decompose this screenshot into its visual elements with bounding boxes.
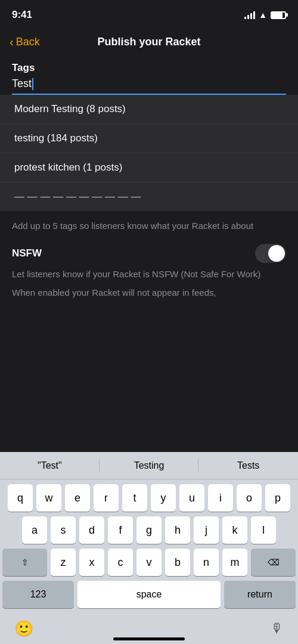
main-content: Tags Test Modern Testing (8 posts) testi… xyxy=(0,57,298,299)
signal-icon xyxy=(244,11,255,19)
key-numbers[interactable]: 123 xyxy=(2,581,74,608)
tags-hint-text: Add up to 5 tags so listeners know what … xyxy=(12,219,286,232)
key-o[interactable]: o xyxy=(237,484,262,512)
key-h[interactable]: h xyxy=(165,516,190,544)
key-e[interactable]: e xyxy=(65,484,90,512)
key-i[interactable]: i xyxy=(208,484,233,512)
nsfw-row: NSFW xyxy=(12,244,286,263)
nsfw-warning: When enabled your Racket will not appear… xyxy=(12,286,286,299)
keyboard-section: "Test" Testing Tests q w e r t y u i o p… xyxy=(0,452,298,644)
autocomplete-bar: "Test" Testing Tests xyxy=(0,452,298,479)
autocomplete-tests[interactable]: Tests xyxy=(198,456,298,476)
suggestion-item[interactable]: protest kitchen (1 posts) xyxy=(0,153,298,182)
tags-input[interactable]: Test xyxy=(12,78,286,90)
key-return[interactable]: return xyxy=(224,581,296,608)
nsfw-description: Let listeners know if your Racket is NSF… xyxy=(12,268,286,280)
microphone-icon[interactable]: 🎙 xyxy=(271,621,284,636)
key-p[interactable]: p xyxy=(265,484,290,512)
key-row-2: a s d f g h j k l xyxy=(2,516,296,544)
back-chevron-icon: ‹ xyxy=(10,35,14,49)
key-c[interactable]: c xyxy=(108,549,133,576)
key-k[interactable]: k xyxy=(222,516,247,544)
key-z[interactable]: z xyxy=(51,549,76,576)
suggestion-item[interactable]: Modern Testing (8 posts) xyxy=(0,95,298,124)
key-m[interactable]: m xyxy=(222,549,247,576)
key-shift[interactable]: ⇧ xyxy=(2,549,47,576)
autocomplete-test-quoted[interactable]: "Test" xyxy=(0,456,100,476)
status-time: 9:41 xyxy=(12,9,32,21)
back-label: Back xyxy=(16,36,40,48)
key-u[interactable]: u xyxy=(179,484,204,512)
home-indicator xyxy=(113,637,185,640)
status-icons: ▲ xyxy=(244,10,286,20)
emoji-icon[interactable]: 🙂 xyxy=(14,620,33,638)
back-button[interactable]: ‹ Back xyxy=(10,35,40,49)
nsfw-toggle[interactable] xyxy=(255,244,286,263)
tags-input-text: Test xyxy=(12,78,32,90)
suggestion-item[interactable]: testing (184 posts) xyxy=(0,124,298,153)
autocomplete-testing[interactable]: Testing xyxy=(100,456,199,476)
key-x[interactable]: x xyxy=(79,549,104,576)
nsfw-section: NSFW Let listeners know if your Racket i… xyxy=(12,244,286,299)
status-bar: 9:41 ▲ xyxy=(0,0,298,26)
key-v[interactable]: v xyxy=(136,549,162,576)
key-row-4: 123 space return xyxy=(2,581,296,608)
key-f[interactable]: f xyxy=(108,516,133,544)
suggestions-dropdown: Modern Testing (8 posts) testing (184 po… xyxy=(0,95,298,211)
key-l[interactable]: l xyxy=(251,516,276,544)
toggle-knob xyxy=(268,245,285,262)
page-title: Publish your Racket xyxy=(97,36,200,48)
text-cursor xyxy=(32,78,33,90)
key-t[interactable]: t xyxy=(122,484,147,512)
wifi-icon: ▲ xyxy=(259,10,267,20)
key-row-3: ⇧ z x c v b n m ⌫ xyxy=(2,549,296,576)
keyboard: q w e r t y u i o p a s d f g h j k l ⇧ … xyxy=(0,479,298,644)
key-row-1: q w e r t y u i o p xyxy=(2,484,296,512)
key-backspace[interactable]: ⌫ xyxy=(251,549,296,576)
nav-bar: ‹ Back Publish your Racket xyxy=(0,26,298,57)
key-space[interactable]: space xyxy=(77,581,221,608)
tags-label: Tags xyxy=(12,62,286,74)
suggestion-item-partial[interactable]: — — — — — — — — — — xyxy=(0,182,298,211)
key-b[interactable]: b xyxy=(165,549,190,576)
key-j[interactable]: j xyxy=(194,516,219,544)
key-r[interactable]: r xyxy=(94,484,119,512)
key-y[interactable]: y xyxy=(151,484,176,512)
key-g[interactable]: g xyxy=(136,516,162,544)
key-a[interactable]: a xyxy=(22,516,47,544)
key-q[interactable]: q xyxy=(8,484,33,512)
battery-icon xyxy=(271,11,286,19)
nsfw-label: NSFW xyxy=(12,247,42,259)
key-d[interactable]: d xyxy=(79,516,104,544)
key-s[interactable]: s xyxy=(51,516,76,544)
key-n[interactable]: n xyxy=(194,549,219,576)
key-w[interactable]: w xyxy=(36,484,61,512)
tags-input-container[interactable]: Test xyxy=(12,78,286,95)
